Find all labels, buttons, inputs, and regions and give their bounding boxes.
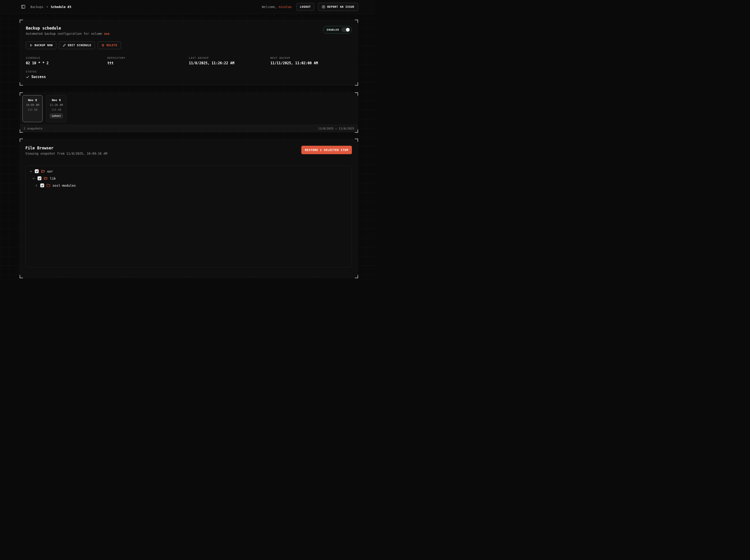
- snapshot-time: 10:09 AM: [24, 103, 40, 106]
- status-field: STATUS Success: [26, 70, 352, 79]
- breadcrumb-item-current: Schedule #3: [51, 5, 71, 9]
- status-label: STATUS: [26, 70, 352, 73]
- snapshot-count: 2 snapshots: [24, 127, 43, 130]
- field-value: 11/11/2025, 11:02:00 AM: [271, 61, 352, 65]
- snapshot-date: Nov 8: [24, 98, 40, 102]
- enabled-toggle-label: ENABLED: [327, 28, 339, 31]
- enabled-toggle[interactable]: ENABLED: [323, 26, 352, 34]
- tree-row-usr[interactable]: usr: [27, 168, 350, 175]
- check-icon: [26, 75, 29, 79]
- schedule-field: LAST BACKUP11/8/2025, 11:26:22 AM: [189, 57, 271, 65]
- edit-schedule-label: EDIT SCHEDULE: [68, 44, 91, 47]
- checkbox-checked[interactable]: [38, 176, 41, 180]
- tree-row-lib[interactable]: lib: [27, 175, 350, 182]
- breadcrumb-item-backups[interactable]: Backups: [31, 5, 43, 9]
- folder-open-icon: [41, 169, 45, 173]
- schedule-panel-title: Backup schedule: [26, 26, 110, 31]
- toggle-switch-icon[interactable]: [341, 27, 350, 32]
- file-browser-title: File Browser: [25, 146, 107, 150]
- snapshots-footer: 2 snapshots 11/8/2025 – 11/8/2025: [20, 125, 357, 132]
- trash-icon: [101, 44, 104, 47]
- snapshot-size: 133 KB: [24, 108, 40, 112]
- snapshot-date-range: 11/8/2025 – 11/8/2025: [318, 127, 354, 130]
- snapshots-panel: Nov 810:09 AM133 KBNov 811:26 AM133 KBLa…: [20, 93, 358, 132]
- corner-bracket: [355, 20, 358, 23]
- check-icon: [36, 170, 38, 173]
- checkbox-checked[interactable]: [40, 183, 44, 187]
- file-browser-panel: File Browser Viewing snapshot from 11/8/…: [20, 139, 358, 278]
- latest-badge: Latest: [50, 114, 63, 118]
- file-tree: usrlibossl-modules: [25, 165, 352, 267]
- corner-bracket: [20, 20, 23, 23]
- schedule-field: SCHEDULE02 10 * * 2: [26, 57, 107, 65]
- field-label: SCHEDULE: [26, 57, 107, 59]
- folder-open-icon: [44, 176, 47, 180]
- chevron-right-icon: [46, 5, 48, 8]
- schedule-actions: BACKUP NOW EDIT SCHEDULE DELETE: [26, 41, 352, 49]
- snapshot-card[interactable]: Nov 810:09 AM133 KB: [22, 95, 43, 122]
- topbar-left: Backups Schedule #3: [20, 4, 71, 10]
- topbar: Backups Schedule #3 Welcome, nicolas LOG…: [0, 0, 375, 14]
- folder-icon: [46, 183, 50, 187]
- check-icon: [41, 184, 44, 187]
- username: nicolas: [279, 5, 292, 9]
- field-label: LAST BACKUP: [189, 57, 271, 59]
- tree-item-label: usr: [47, 170, 53, 173]
- corner-bracket: [355, 139, 358, 142]
- restore-button[interactable]: RESTORE 1 SELECTED ITEM: [301, 146, 352, 154]
- check-icon: [38, 177, 41, 180]
- snapshot-card[interactable]: Nov 811:26 AM133 KBLatest: [46, 95, 66, 122]
- schedule-fields: SCHEDULE02 10 * * 2REPOSITORYtttLAST BAC…: [26, 57, 352, 65]
- backup-schedule-panel: Backup schedule Automated backup configu…: [20, 20, 358, 85]
- corner-bracket: [20, 275, 23, 278]
- file-browser-header: File Browser Viewing snapshot from 11/8/…: [25, 146, 352, 155]
- logout-button[interactable]: LOGOUT: [296, 3, 315, 11]
- subtitle-prefix: Automated backup configuration for volum…: [26, 32, 102, 36]
- welcome-text: Welcome, nicolas: [262, 5, 292, 9]
- topbar-right: Welcome, nicolas LOGOUT REPORT AN ISSUE: [262, 3, 358, 11]
- toggle-knob: [346, 28, 350, 32]
- snapshot-time: 11:26 AM: [48, 103, 64, 106]
- chevron-down-icon[interactable]: [29, 170, 33, 173]
- schedule-field: REPOSITORYttt: [107, 57, 189, 65]
- field-label: NEXT BACKUP: [271, 57, 352, 59]
- delete-label: DELETE: [106, 44, 117, 47]
- corner-bracket: [355, 82, 358, 85]
- corner-bracket: [355, 275, 358, 278]
- main-content: Backup schedule Automated backup configu…: [0, 14, 375, 278]
- welcome-prefix: Welcome,: [262, 5, 277, 9]
- snapshot-strip: Nov 810:09 AM133 KBNov 811:26 AM133 KBLa…: [20, 93, 357, 125]
- volume-name: sss: [104, 32, 110, 36]
- corner-bracket: [20, 82, 23, 85]
- delete-button[interactable]: DELETE: [98, 41, 121, 49]
- snapshot-date: Nov 8: [48, 98, 64, 102]
- tree-item-label: ossl-modules: [53, 184, 76, 187]
- chevron-right-icon[interactable]: [35, 184, 38, 187]
- status-value: Success: [26, 75, 352, 79]
- panel-left-icon: [21, 4, 25, 9]
- play-icon: [29, 44, 33, 47]
- field-value: ttt: [107, 61, 189, 65]
- pencil-icon: [63, 44, 66, 47]
- tree-row-ossl-modules[interactable]: ossl-modules: [27, 182, 350, 189]
- backup-now-label: BACKUP NOW: [35, 44, 53, 47]
- corner-bracket: [20, 139, 23, 142]
- tree-item-label: lib: [50, 177, 56, 180]
- backup-now-button[interactable]: BACKUP NOW: [26, 41, 56, 49]
- schedule-panel-subtitle: Automated backup configuration for volum…: [26, 32, 110, 36]
- schedule-panel-header: Backup schedule Automated backup configu…: [26, 26, 352, 36]
- sidebar-toggle-button[interactable]: [20, 4, 26, 10]
- snapshot-size: 133 KB: [48, 108, 64, 112]
- edit-schedule-button[interactable]: EDIT SCHEDULE: [59, 41, 95, 49]
- field-value: 02 10 * * 2: [26, 61, 107, 65]
- report-issue-button[interactable]: REPORT AN ISSUE: [318, 3, 358, 11]
- checkbox-checked[interactable]: [35, 169, 39, 173]
- field-value: 11/8/2025, 11:26:22 AM: [189, 61, 271, 65]
- report-issue-label: REPORT AN ISSUE: [327, 5, 354, 8]
- chevron-down-icon[interactable]: [32, 177, 35, 180]
- breadcrumb: Backups Schedule #3: [31, 5, 71, 9]
- schedule-field: NEXT BACKUP11/11/2025, 11:02:00 AM: [271, 57, 352, 65]
- field-label: REPOSITORY: [107, 57, 189, 59]
- circle-x-icon: [322, 5, 325, 9]
- status-text: Success: [31, 75, 46, 79]
